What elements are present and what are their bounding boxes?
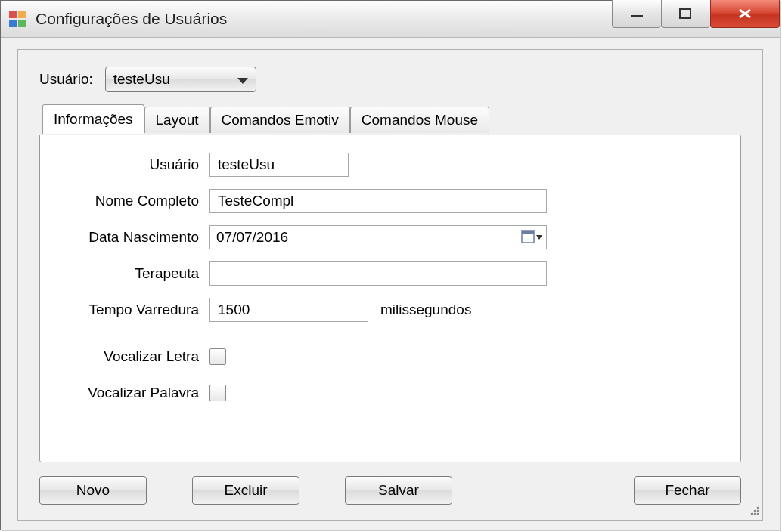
salvar-button[interactable]: Salvar bbox=[345, 476, 452, 505]
title-bar[interactable]: Configurações de Usuários bbox=[1, 1, 780, 38]
terapeuta-field[interactable] bbox=[209, 261, 547, 286]
minimize-button[interactable] bbox=[612, 0, 661, 28]
data-nascimento-field[interactable]: 07/07/2016 bbox=[209, 225, 547, 249]
resize-grip-icon bbox=[747, 505, 761, 518]
button-label: Fechar bbox=[665, 482, 709, 499]
tab-comandos-emotiv[interactable]: Comandos Emotiv bbox=[210, 107, 350, 133]
tab-label: Layout bbox=[156, 112, 199, 128]
tab-informacoes[interactable]: Informações bbox=[42, 104, 144, 134]
user-combobox[interactable]: testeUsu bbox=[105, 66, 256, 92]
tempo-varredura-input[interactable] bbox=[216, 301, 362, 319]
tab-strip: Informações Layout Comandos Emotiv Coman… bbox=[39, 106, 741, 133]
usuario-field[interactable] bbox=[209, 153, 349, 177]
close-icon bbox=[737, 8, 753, 20]
novo-button[interactable]: Novo bbox=[39, 476, 147, 505]
tempo-varredura-unit: milissegundos bbox=[380, 302, 471, 318]
user-combobox-value: testeUsu bbox=[113, 71, 170, 88]
client-area: Usuário: testeUsu Informações Layout Com… bbox=[17, 49, 763, 521]
svg-point-8 bbox=[757, 507, 759, 509]
button-label: Salvar bbox=[378, 482, 419, 499]
vocalizar-letra-checkbox[interactable] bbox=[209, 348, 226, 365]
svg-point-11 bbox=[751, 513, 753, 515]
svg-point-13 bbox=[757, 513, 759, 515]
tempo-varredura-field[interactable] bbox=[209, 298, 368, 322]
window-title: Configurações de Usuários bbox=[36, 10, 227, 28]
usuario-label: Usuário bbox=[40, 156, 209, 173]
usuario-input[interactable] bbox=[216, 156, 342, 174]
vocalizar-palavra-checkbox[interactable] bbox=[209, 385, 226, 401]
svg-rect-1 bbox=[680, 9, 690, 18]
terapeuta-input[interactable] bbox=[216, 264, 540, 283]
window-frame: Configurações de Usuários Usuário: teste… bbox=[0, 0, 780, 530]
maximize-icon bbox=[678, 8, 694, 20]
svg-marker-7 bbox=[536, 235, 542, 240]
data-nascimento-label: Data Nascimento bbox=[40, 229, 209, 246]
svg-point-9 bbox=[754, 510, 756, 512]
button-row: Novo Excluir Salvar Fechar bbox=[39, 476, 741, 505]
terapeuta-label: Terapeuta bbox=[40, 265, 209, 282]
resize-grip[interactable] bbox=[747, 505, 761, 518]
svg-rect-0 bbox=[631, 15, 643, 17]
svg-point-12 bbox=[754, 513, 756, 515]
calendar-dropdown-button[interactable] bbox=[520, 228, 543, 246]
button-label: Excluir bbox=[224, 482, 267, 499]
svg-rect-6 bbox=[522, 231, 534, 234]
data-nascimento-value: 07/07/2016 bbox=[216, 229, 288, 246]
calendar-icon bbox=[521, 230, 542, 245]
app-icon bbox=[8, 10, 26, 28]
nome-completo-label: Nome Completo bbox=[40, 193, 209, 209]
tab-label: Informações bbox=[54, 111, 133, 128]
tab-label: Comandos Emotiv bbox=[222, 112, 339, 128]
nome-completo-input[interactable] bbox=[216, 192, 540, 210]
nome-completo-field[interactable] bbox=[209, 189, 547, 213]
tab-layout[interactable]: Layout bbox=[144, 107, 210, 133]
close-button[interactable] bbox=[710, 0, 780, 28]
tempo-varredura-label: Tempo Varredura bbox=[40, 302, 209, 318]
window-controls bbox=[612, 0, 780, 27]
chevron-down-icon bbox=[237, 71, 248, 88]
tab-panel-informacoes: Usuário Nome Completo Data Nascimento 07… bbox=[39, 135, 741, 462]
user-selector-row: Usuário: testeUsu bbox=[39, 66, 256, 92]
button-label: Novo bbox=[76, 482, 110, 499]
tab-label: Comandos Mouse bbox=[362, 112, 478, 128]
fechar-button[interactable]: Fechar bbox=[634, 476, 741, 505]
vocalizar-letra-label: Vocalizar Letra bbox=[40, 348, 209, 365]
excluir-button[interactable]: Excluir bbox=[192, 476, 299, 505]
svg-marker-4 bbox=[237, 78, 248, 84]
vocalizar-palavra-label: Vocalizar Palavra bbox=[40, 385, 209, 401]
maximize-button[interactable] bbox=[661, 0, 710, 28]
minimize-icon bbox=[629, 8, 644, 19]
svg-point-10 bbox=[757, 510, 759, 512]
user-label: Usuário: bbox=[39, 71, 93, 88]
tab-comandos-mouse[interactable]: Comandos Mouse bbox=[350, 107, 489, 133]
tab-control: Informações Layout Comandos Emotiv Coman… bbox=[39, 106, 741, 462]
